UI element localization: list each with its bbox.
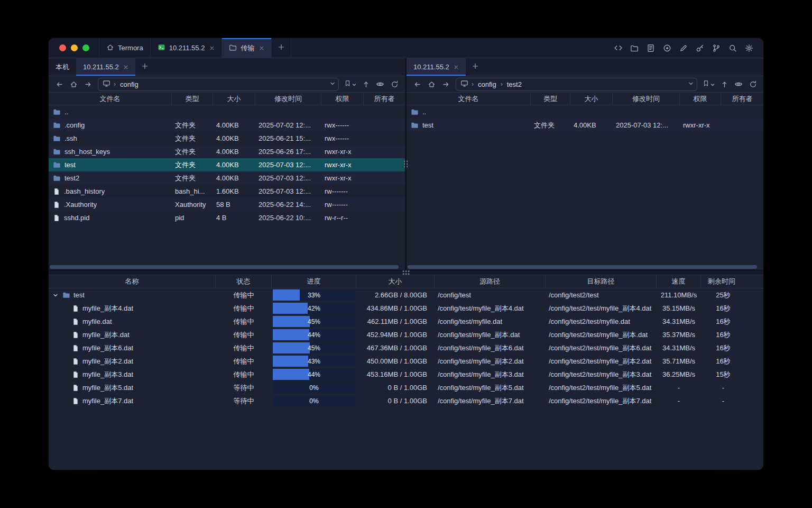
- file-row[interactable]: ssh_host_keys文件夹4.00KB2025-06-26 17:...r…: [49, 145, 405, 158]
- column-header-source-path[interactable]: 源路径: [435, 275, 546, 288]
- file-row[interactable]: test2文件夹4.00KB2025-07-03 12:...rwxr-xr-x: [49, 171, 405, 185]
- log-icon[interactable]: [644, 41, 658, 55]
- column-header-target-path[interactable]: 目标路径: [546, 275, 657, 288]
- column-header-status[interactable]: 状态: [216, 275, 272, 288]
- show-hidden-icon[interactable]: [732, 78, 745, 90]
- transfer-table-header: 名称 状态 进度 大小 源路径 目标路径 速度 剩余时间: [49, 275, 763, 288]
- folder-icon: [62, 291, 70, 299]
- breadcrumb-segment[interactable]: test2: [506, 80, 523, 89]
- path-bar[interactable]: ›config›test2: [456, 78, 697, 91]
- new-file-tab-button[interactable]: [466, 58, 485, 76]
- file-table-header: 文件名 类型 大小 修改时间 权限 所有者: [407, 92, 763, 105]
- breadcrumb-segment[interactable]: config: [477, 80, 497, 89]
- file-row[interactable]: ..: [407, 105, 763, 119]
- column-header-progress[interactable]: 进度: [272, 275, 356, 288]
- new-tab-button[interactable]: [272, 38, 291, 58]
- column-header-size[interactable]: 大小: [570, 93, 613, 105]
- horizontal-scrollbar[interactable]: [408, 265, 757, 269]
- file-icon: [53, 201, 60, 208]
- tab-remote-host[interactable]: 10.211.55.2: [76, 58, 135, 76]
- refresh-icon[interactable]: [746, 78, 760, 90]
- column-header-size[interactable]: 大小: [356, 275, 435, 288]
- close-icon[interactable]: [123, 65, 128, 70]
- file-row[interactable]: .XauthorityXauthority58 B2025-06-22 14:.…: [49, 198, 405, 211]
- close-window-button[interactable]: [59, 44, 66, 51]
- column-header-permissions[interactable]: 权限: [680, 93, 721, 105]
- file-row[interactable]: .config文件夹4.00KB2025-07-02 12:...rwx----…: [49, 119, 405, 132]
- new-file-tab-button[interactable]: [135, 58, 154, 76]
- transfer-row[interactable]: myfile.dat传输中45%462.11MB / 1.00GB/config…: [49, 315, 763, 328]
- file-icon: [53, 214, 60, 222]
- bookmark-button[interactable]: [700, 78, 717, 90]
- tab-transfer[interactable]: 传输: [222, 38, 272, 58]
- transfer-row[interactable]: myfile_副本2.dat传输中43%450.00MB / 1.00GB/co…: [49, 355, 763, 368]
- horizontal-scrollbar[interactable]: [50, 265, 399, 269]
- file-row[interactable]: sshd.pidpid4 B2025-06-22 10:...rw-r--r--: [49, 211, 405, 224]
- chevron-down-icon[interactable]: [687, 80, 695, 89]
- search-icon[interactable]: [726, 41, 740, 55]
- parent-dir-icon[interactable]: [717, 78, 731, 90]
- chevron-down-icon[interactable]: [329, 80, 336, 89]
- back-icon[interactable]: [410, 78, 424, 90]
- home-icon[interactable]: [67, 78, 80, 90]
- tab-local-machine[interactable]: 本机: [49, 58, 76, 76]
- file-list: ..test文件夹4.00KB2025-07-03 12:...rwxr-xr-…: [407, 105, 763, 270]
- bookmark-button[interactable]: [342, 78, 358, 90]
- horizontal-splitter[interactable]: [49, 270, 763, 275]
- path-bar[interactable]: ›config: [98, 78, 339, 91]
- close-icon[interactable]: [454, 65, 459, 70]
- transfer-row[interactable]: myfile_副本7.dat等待中0%0 B / 1.00GB/config/t…: [49, 394, 763, 407]
- parent-dir-icon[interactable]: [359, 78, 373, 90]
- refresh-icon[interactable]: [387, 78, 401, 90]
- record-icon[interactable]: [660, 41, 674, 55]
- file-row[interactable]: test文件夹4.00KB2025-07-03 12:...rwxr-xr-x: [49, 158, 405, 171]
- file-row[interactable]: ..: [49, 105, 405, 119]
- file-name-cell: .config: [49, 121, 172, 129]
- column-header-size[interactable]: 大小: [213, 93, 255, 105]
- transfer-source-cell: /config/test/myfile_副本7.dat: [435, 394, 546, 407]
- column-header-filename[interactable]: 文件名: [49, 93, 172, 105]
- tab-ssh-session[interactable]: 10.211.55.2: [151, 38, 223, 58]
- forward-icon[interactable]: [439, 78, 453, 90]
- settings-icon[interactable]: [742, 41, 756, 55]
- column-header-filename[interactable]: 文件名: [407, 93, 531, 105]
- transfer-row[interactable]: myfile_副本5.dat等待中0%0 B / 1.00GB/config/t…: [49, 381, 763, 394]
- transfer-row[interactable]: myfile_副本.dat传输中44%452.94MB / 1.00GB/con…: [49, 328, 763, 341]
- close-icon[interactable]: [259, 46, 264, 51]
- forward-icon[interactable]: [81, 78, 95, 90]
- column-header-name[interactable]: 名称: [49, 275, 216, 288]
- close-icon[interactable]: [209, 46, 215, 51]
- left-panel-tabs: 本机 10.211.55.2: [49, 58, 405, 76]
- column-header-type[interactable]: 类型: [172, 93, 213, 105]
- column-header-type[interactable]: 类型: [531, 93, 570, 105]
- minimize-window-button[interactable]: [71, 44, 78, 51]
- column-header-modified[interactable]: 修改时间: [613, 93, 680, 105]
- transfer-row[interactable]: test传输中33%2.66GB / 8.00GB/config/test/co…: [49, 288, 763, 302]
- edit-icon[interactable]: [677, 41, 690, 55]
- expand-chevron-icon[interactable]: [52, 292, 59, 299]
- column-header-remaining[interactable]: 剩余时间: [701, 275, 763, 288]
- file-row[interactable]: .bash_historybash_hi...1.60KB2025-07-03 …: [49, 185, 405, 198]
- file-row[interactable]: test文件夹4.00KB2025-07-03 12:...rwxr-xr-x: [407, 119, 763, 132]
- tab-termora[interactable]: Termora: [99, 38, 151, 58]
- column-header-permissions[interactable]: 权限: [321, 93, 364, 105]
- column-header-speed[interactable]: 速度: [657, 275, 701, 288]
- key-icon[interactable]: [693, 41, 707, 55]
- transfer-row[interactable]: myfile_副本4.dat传输中42%434.86MB / 1.00GB/co…: [49, 302, 763, 315]
- column-header-owner[interactable]: 所有者: [721, 93, 763, 105]
- back-icon[interactable]: [52, 78, 66, 90]
- breadcrumb-segment[interactable]: config: [119, 80, 140, 89]
- transfer-row[interactable]: myfile_副本6.dat传输中45%467.36MB / 1.00GB/co…: [49, 341, 763, 355]
- column-header-modified[interactable]: 修改时间: [255, 93, 321, 105]
- column-header-owner[interactable]: 所有者: [364, 93, 405, 105]
- folder-icon[interactable]: [628, 41, 641, 55]
- branch-icon[interactable]: [709, 41, 723, 55]
- transfer-row[interactable]: myfile_副本3.dat传输中44%453.16MB / 1.00GB/co…: [49, 368, 763, 381]
- home-icon[interactable]: [425, 78, 438, 90]
- show-hidden-icon[interactable]: [373, 78, 387, 90]
- file-row[interactable]: .ssh文件夹4.00KB2025-06-21 15:...rwx------: [49, 132, 405, 145]
- file-modified-cell: 2025-06-22 14:...: [255, 201, 321, 208]
- tab-remote-host[interactable]: 10.211.55.2: [407, 58, 466, 76]
- zoom-window-button[interactable]: [82, 44, 89, 51]
- code-icon[interactable]: [611, 41, 625, 55]
